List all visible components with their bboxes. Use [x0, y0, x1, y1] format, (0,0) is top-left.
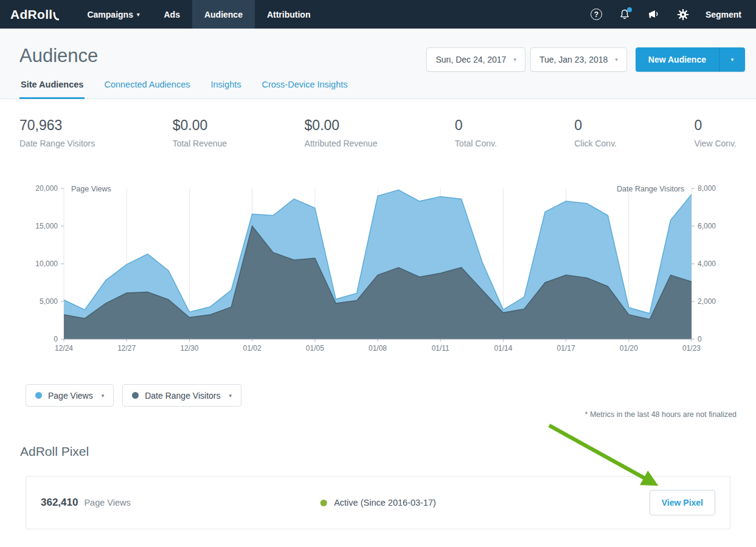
pixel-pageviews-value: 362,410 — [41, 497, 78, 509]
nav-item-ads[interactable]: Ads — [151, 0, 192, 29]
caret-down-icon: ▾ — [102, 393, 105, 399]
svg-text:01/23: 01/23 — [682, 344, 701, 353]
svg-text:12/24: 12/24 — [55, 344, 73, 353]
stat-value: 0 — [455, 117, 497, 134]
svg-text:2,000: 2,000 — [698, 297, 716, 306]
svg-text:4,000: 4,000 — [698, 260, 716, 268]
svg-text:8,000: 8,000 — [698, 184, 716, 193]
pixel-pageviews-label: Page Views — [84, 498, 130, 507]
page-header: Audience Sun, Dec 24, 2017 ▾ Tue, Jan 23… — [0, 29, 756, 99]
date-start-value: Sun, Dec 24, 2017 — [435, 55, 506, 64]
view-pixel-button[interactable]: View Pixel — [650, 490, 715, 515]
navbar-right: ? — [591, 0, 756, 29]
nav-items: Campaigns▾AdsAudienceAttribution — [75, 0, 322, 29]
pixel-status: Active (Since 2016-03-17) — [320, 498, 436, 507]
nav-item-audience[interactable]: Audience — [192, 0, 255, 29]
traffic-chart[interactable]: 12/2412/2712/3001/0201/0501/0801/1101/14… — [20, 180, 738, 360]
legend-dot-icon — [35, 392, 42, 399]
nav-item-label: Audience — [204, 10, 243, 19]
stat-value: 0 — [694, 117, 737, 134]
stat-attributed-revenue: $0.00Attributed Revenue — [305, 117, 378, 148]
svg-text:Page Views: Page Views — [71, 185, 111, 193]
legend-label: Date Range Visitors — [145, 391, 220, 401]
stat-label: Date Range Visitors — [19, 139, 95, 148]
svg-text:6,000: 6,000 — [698, 222, 716, 230]
legend-label: Page Views — [48, 391, 93, 401]
audience-tabs: Site AudiencesConnected AudiencesInsight… — [19, 75, 737, 99]
settings-gear-icon[interactable] — [677, 9, 689, 21]
svg-text:20,000: 20,000 — [35, 184, 58, 193]
svg-text:01/11: 01/11 — [432, 344, 449, 353]
stats-row: 70,963Date Range Visitors$0.00Total Reve… — [0, 99, 756, 148]
nav-item-label: Ads — [164, 10, 179, 19]
stat-value: 0 — [574, 117, 617, 134]
svg-text:12/27: 12/27 — [117, 344, 136, 353]
caret-down-icon: ▾ — [137, 12, 140, 18]
pixel-card: 362,410 Page Views Active (Since 2016-03… — [26, 476, 730, 529]
pixel-pageviews: 362,410 Page Views — [41, 497, 131, 509]
help-question-glyph: ? — [591, 9, 602, 20]
status-dot-icon — [320, 500, 327, 506]
stat-total-conv-: 0Total Conv. — [455, 117, 497, 148]
stat-value: $0.00 — [305, 117, 378, 134]
legend-toggle-date-range-visitors[interactable]: Date Range Visitors▾ — [122, 384, 241, 407]
svg-text:01/14: 01/14 — [494, 344, 512, 353]
pixel-section-heading: AdRoll Pixel — [20, 444, 756, 459]
svg-text:12/30: 12/30 — [180, 344, 198, 353]
svg-text:5,000: 5,000 — [40, 297, 58, 306]
tab-site-audiences[interactable]: Site Audiences — [19, 75, 85, 99]
notification-dot — [627, 7, 632, 12]
adroll-logo-text: AdRoll — [10, 7, 52, 22]
date-start-picker[interactable]: Sun, Dec 24, 2017 ▾ — [426, 47, 525, 72]
date-end-value: Tue, Jan 23, 2018 — [539, 55, 608, 64]
adroll-logo-hook-icon — [53, 12, 59, 21]
tab-connected-audiences[interactable]: Connected Audiences — [103, 75, 191, 99]
caret-down-icon: ▾ — [229, 393, 232, 399]
megaphone-glyph — [647, 9, 661, 21]
help-icon[interactable]: ? — [591, 9, 602, 20]
stat-label: Attributed Revenue — [305, 139, 378, 148]
stat-total-revenue: $0.00Total Revenue — [173, 117, 227, 148]
date-end-picker[interactable]: Tue, Jan 23, 2018 ▾ — [530, 47, 627, 72]
nav-item-campaigns[interactable]: Campaigns▾ — [75, 0, 151, 29]
adroll-logo[interactable]: AdRoll — [0, 0, 75, 29]
caret-down-icon: ▾ — [513, 57, 516, 63]
chart-legend: Page Views▾Date Range Visitors▾ — [26, 384, 756, 407]
notifications-bell-icon[interactable] — [619, 9, 631, 21]
svg-text:15,000: 15,000 — [35, 222, 58, 230]
stat-label: View Conv. — [694, 139, 737, 148]
nav-item-label: Attribution — [267, 10, 311, 19]
svg-text:01/17: 01/17 — [557, 344, 575, 353]
svg-text:Date Range Visitors: Date Range Visitors — [617, 185, 684, 193]
metrics-footnote: * Metrics in the last 48 hours are not f… — [19, 410, 737, 419]
new-audience-dropdown-button[interactable]: ▾ — [719, 47, 745, 72]
nav-item-label: Campaigns — [87, 10, 133, 19]
svg-text:10,000: 10,000 — [35, 260, 58, 268]
tab-insights[interactable]: Insights — [210, 75, 243, 99]
svg-text:0: 0 — [54, 335, 58, 343]
stat-value: $0.00 — [173, 117, 227, 134]
tab-cross-device-insights[interactable]: Cross-Device Insights — [260, 75, 349, 99]
svg-text:01/05: 01/05 — [306, 344, 324, 353]
stat-view-conv-: 0View Conv. — [694, 117, 737, 148]
stat-date-range-visitors: 70,963Date Range Visitors — [19, 117, 95, 148]
new-audience-button[interactable]: New Audience — [636, 47, 719, 72]
svg-text:01/02: 01/02 — [243, 344, 262, 353]
new-audience-split-button: New Audience ▾ — [636, 47, 745, 72]
legend-dot-icon — [132, 392, 139, 399]
header-controls: Sun, Dec 24, 2017 ▾ Tue, Jan 23, 2018 ▾ … — [426, 47, 745, 72]
caret-down-icon: ▾ — [615, 57, 618, 63]
stat-click-conv-: 0Click Conv. — [574, 117, 617, 148]
segment-link[interactable]: Segment — [706, 10, 741, 19]
top-navbar: AdRoll Campaigns▾AdsAudienceAttribution … — [0, 0, 756, 29]
announcements-megaphone-icon[interactable] — [647, 9, 661, 21]
svg-text:01/20: 01/20 — [620, 344, 638, 353]
stat-label: Total Revenue — [173, 139, 227, 148]
svg-text:0: 0 — [698, 335, 702, 343]
stat-label: Total Conv. — [455, 139, 497, 148]
legend-toggle-page-views[interactable]: Page Views▾ — [26, 384, 114, 407]
svg-text:01/08: 01/08 — [369, 344, 387, 353]
pixel-status-text: Active (Since 2016-03-17) — [334, 498, 436, 507]
stat-value: 70,963 — [19, 117, 95, 134]
nav-item-attribution[interactable]: Attribution — [255, 0, 323, 29]
